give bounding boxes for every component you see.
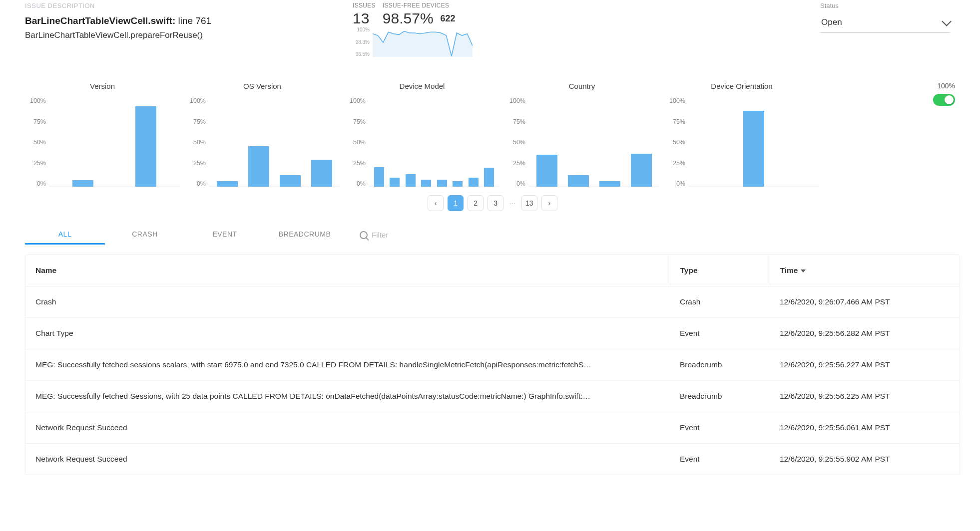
cell-type: Event — [670, 318, 770, 349]
cell-name: MEG: Successfully fetched Sessions, with… — [25, 381, 670, 412]
filter-wrap — [360, 231, 472, 239]
page-prev[interactable]: ‹ — [428, 195, 444, 211]
chart-ytick: 100% — [185, 97, 206, 104]
chart-title: OS Version — [185, 82, 340, 90]
col-name[interactable]: Name — [25, 255, 670, 286]
issue-subtitle: BarLineChartTableViewCell.prepareForReus… — [25, 30, 333, 40]
tab-event[interactable]: EVENT — [185, 225, 265, 245]
chart-plot — [369, 97, 499, 187]
chart-bar[interactable] — [599, 181, 620, 187]
metrics-block: ISSUES 13 ISSUE-FREE DEVICES 98.57% 622 — [353, 2, 456, 26]
col-time[interactable]: Time — [770, 255, 960, 286]
chart-bar[interactable] — [437, 180, 447, 187]
page-2[interactable]: 2 — [468, 195, 484, 211]
table-row[interactable]: MEG: Successfully fetched sessions scala… — [25, 349, 960, 381]
chart-ytick: 25% — [185, 160, 206, 167]
issue-title: BarLineChartTableViewCell.swift: line 76… — [25, 15, 333, 26]
status-label: Status — [820, 2, 950, 9]
page-1[interactable]: 1 — [448, 195, 464, 211]
cell-type: Breadcrumb — [670, 381, 770, 412]
section-label: ISSUE DESCRIPTION — [25, 2, 333, 9]
chart-bar[interactable] — [217, 181, 238, 187]
cell-type: Event — [670, 412, 770, 444]
chart-ytick: 100% — [664, 97, 685, 104]
cell-name: Network Request Succeed — [25, 444, 670, 475]
cell-type: Breadcrumb — [670, 349, 770, 381]
chart-title: Device Orientation — [664, 82, 819, 90]
chart-ytick: 50% — [664, 139, 685, 146]
mini-chart-device-model: Device Model100%75%50%25%0% — [345, 82, 499, 187]
chart-bar[interactable] — [248, 146, 269, 187]
chart-bar[interactable] — [421, 180, 431, 187]
chart-ytick: 50% — [25, 139, 46, 146]
chart-bar[interactable] — [374, 167, 384, 187]
page-3[interactable]: 3 — [488, 195, 503, 211]
chart-ytick: 25% — [504, 160, 525, 167]
status-select[interactable]: Open — [820, 14, 950, 33]
chart-bar[interactable] — [536, 155, 557, 187]
chevron-down-icon — [942, 16, 952, 26]
cell-time: 12/6/2020, 9:25:56.227 AM PST — [770, 349, 960, 381]
percent-toggle[interactable] — [933, 94, 955, 106]
chart-ytick: 0% — [504, 180, 525, 187]
issue-free-count: 622 — [441, 11, 456, 26]
page-last[interactable]: 13 — [521, 195, 537, 211]
chart-bar[interactable] — [135, 106, 156, 187]
chart-bar[interactable] — [743, 111, 764, 187]
table-row[interactable]: Network Request SucceedEvent12/6/2020, 9… — [25, 412, 960, 444]
chart-plot — [688, 97, 819, 187]
chart-bar[interactable] — [280, 175, 301, 187]
mini-chart-version: Version100%75%50%25%0% — [25, 82, 180, 187]
issue-free-pct: 98.57% — [383, 11, 434, 26]
chart-ytick: 0% — [345, 180, 366, 187]
cell-type: Crash — [670, 286, 770, 318]
status-value: Open — [821, 17, 842, 27]
chart-bar[interactable] — [453, 181, 463, 187]
col-type[interactable]: Type — [670, 255, 770, 286]
cell-name: Network Request Succeed — [25, 412, 670, 444]
chart-bar[interactable] — [311, 160, 332, 187]
tab-all[interactable]: ALL — [25, 225, 105, 245]
tab-breadcrumb[interactable]: BREADCRUMB — [265, 225, 345, 245]
tabs-row: ALLCRASHEVENTBREADCRUMB — [25, 225, 960, 245]
page-next[interactable]: › — [541, 195, 557, 211]
events-table: Name Type Time CrashCrash12/6/2020, 9:26… — [25, 255, 960, 475]
chart-bar[interactable] — [469, 178, 479, 187]
sort-desc-icon — [801, 269, 806, 272]
cell-name: MEG: Successfully fetched sessions scala… — [25, 349, 670, 381]
table-row[interactable]: Chart TypeEvent12/6/2020, 9:25:56.282 AM… — [25, 318, 960, 349]
pagination: ‹ 123 ··· 13 › — [25, 195, 960, 211]
spark-ytick: 100% — [356, 27, 370, 32]
table-row[interactable]: MEG: Successfully fetched Sessions, with… — [25, 381, 960, 412]
cell-name: Chart Type — [25, 318, 670, 349]
chart-ytick: 75% — [25, 118, 46, 125]
tab-crash[interactable]: CRASH — [105, 225, 185, 245]
spark-ytick: 96.5% — [356, 51, 370, 57]
cell-name: Crash — [25, 286, 670, 318]
cell-time: 12/6/2020, 9:25:56.282 AM PST — [770, 318, 960, 349]
mini-chart-os-version: OS Version100%75%50%25%0% — [185, 82, 340, 187]
table-row[interactable]: CrashCrash12/6/2020, 9:26:07.466 AM PST — [25, 286, 960, 318]
table-row[interactable]: Network Request SucceedEvent12/6/2020, 9… — [25, 444, 960, 475]
chart-bar[interactable] — [484, 168, 494, 187]
chart-ytick: 75% — [664, 118, 685, 125]
chart-bar[interactable] — [390, 178, 400, 187]
sparkline: 100% 98.3% 96.5% — [356, 27, 473, 57]
chart-bar[interactable] — [406, 174, 416, 187]
chart-ytick: 25% — [345, 160, 366, 167]
chart-bar[interactable] — [631, 154, 652, 187]
filter-input[interactable] — [372, 231, 472, 239]
chart-bar[interactable] — [568, 175, 589, 187]
search-icon — [360, 231, 368, 239]
cell-time: 12/6/2020, 9:26:07.466 AM PST — [770, 286, 960, 318]
sparkline-svg — [373, 27, 473, 57]
chart-ytick: 100% — [25, 97, 46, 104]
chart-bar[interactable] — [72, 180, 93, 187]
issues-label: ISSUES — [353, 2, 376, 9]
chart-ytick: 0% — [664, 180, 685, 187]
chart-ytick: 25% — [25, 160, 46, 167]
chart-ytick: 100% — [504, 97, 525, 104]
chart-ytick: 75% — [185, 118, 206, 125]
chart-ytick: 50% — [345, 139, 366, 146]
toggle-label: 100% — [933, 82, 955, 90]
